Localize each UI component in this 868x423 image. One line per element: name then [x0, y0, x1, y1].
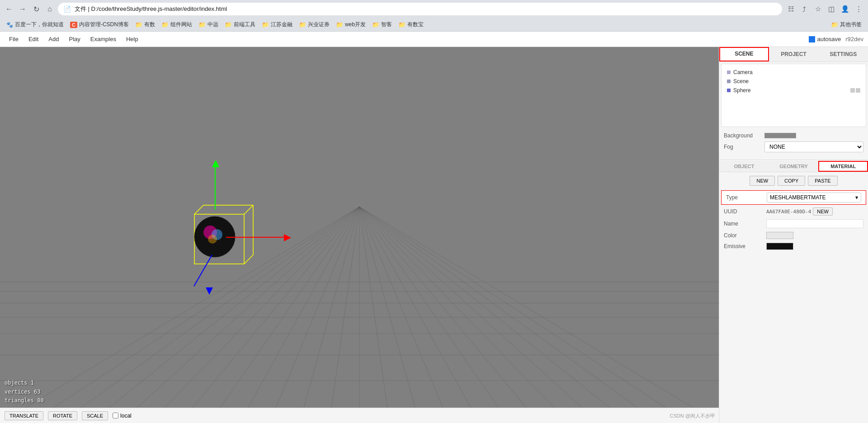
- svg-line-13: [300, 207, 360, 423]
- user-label: r92dev: [845, 36, 863, 42]
- camera-label: Camera: [733, 69, 753, 75]
- scene-item-scene[interactable]: Scene: [725, 77, 862, 86]
- fog-row: Fog NONE Fog FogExp2: [724, 141, 863, 152]
- uuid-new-button[interactable]: NEW: [813, 207, 833, 216]
- scene-item-sphere[interactable]: Sphere: [725, 86, 862, 95]
- autosave-check[interactable]: autosave: [809, 36, 841, 42]
- svg-line-18: [359, 207, 599, 423]
- sub-tab-material[interactable]: MATERIAL: [818, 161, 868, 172]
- cast-button[interactable]: ◫: [826, 3, 837, 15]
- browser-actions: ☷ ⤴ ☆ ◫ 👤 ⋮: [785, 3, 864, 15]
- color-label: Color: [724, 232, 764, 239]
- sphere-dot: [727, 89, 731, 92]
- autosave-checkbox[interactable]: [809, 36, 815, 42]
- svg-line-35: [244, 205, 253, 214]
- triangles-count: triangles 80: [5, 396, 44, 405]
- bookmark-button[interactable]: ☆: [812, 3, 824, 15]
- bookmark-yousu[interactable]: 📁 有数: [132, 20, 158, 29]
- rotate-button[interactable]: ROTATE: [48, 411, 77, 420]
- emissive-swatch[interactable]: [766, 243, 793, 250]
- reload-button[interactable]: ↻: [31, 4, 42, 14]
- browser-chrome: ← → ↻ ⌂ 📄 文件 | D:/code/threeStudy/three.…: [0, 0, 868, 32]
- frontend-label: 前端工具: [234, 21, 255, 28]
- menu-file[interactable]: File: [5, 34, 23, 44]
- sub-tab-geometry[interactable]: GEOMETRY: [769, 161, 819, 172]
- svg-line-8: [0, 207, 359, 423]
- bookmark-others[interactable]: 📁 其他书签: [828, 20, 864, 29]
- objects-count: objects 1: [5, 379, 44, 387]
- share-button[interactable]: ⤴: [798, 3, 810, 15]
- forward-button[interactable]: →: [17, 4, 28, 14]
- browser-nav: ← → ↻ ⌂ 📄 文件 | D:/code/threeStudy/three.…: [0, 0, 868, 18]
- bookmark-zhike[interactable]: 📁 智客: [369, 20, 395, 29]
- paste-material-button[interactable]: PASTE: [808, 176, 837, 186]
- sphere-action-1[interactable]: [850, 88, 855, 93]
- menu-examples[interactable]: Examples: [86, 34, 121, 44]
- color-swatch[interactable]: [766, 232, 793, 239]
- csdn-label: 内容管理-CSDN博客: [79, 21, 129, 28]
- name-row: Name: [719, 217, 868, 230]
- menu-button[interactable]: ⋮: [853, 3, 864, 15]
- autosave-label: autosave: [817, 36, 841, 42]
- menu-add[interactable]: Add: [44, 34, 63, 44]
- type-chevron-icon: ▾: [855, 194, 858, 201]
- scale-button[interactable]: SCALE: [82, 411, 108, 420]
- menu-play[interactable]: Play: [65, 34, 85, 44]
- new-material-button[interactable]: NEW: [750, 176, 775, 186]
- tab-settings[interactable]: SETTINGS: [818, 47, 868, 61]
- menu-edit[interactable]: Edit: [24, 34, 43, 44]
- emissive-row: Emissive: [719, 241, 868, 252]
- type-value: MESHLAMBERTMATE: [770, 194, 826, 201]
- viewport[interactable]: .grid-line { stroke: #555; stroke-width:…: [0, 47, 719, 423]
- bookmark-csdn[interactable]: C 内容管理-CSDN博客: [67, 20, 132, 29]
- bookmarks-bar: 🐾 百度一下，你就知道 C 内容管理-CSDN博客 📁 有数 📁 组件网站 📁 …: [0, 18, 868, 32]
- name-input[interactable]: [766, 219, 863, 228]
- xingye-label: 兴业证券: [308, 21, 330, 28]
- uuid-label: UUID: [724, 208, 764, 215]
- bookmark-frontend[interactable]: 📁 前端工具: [222, 20, 258, 29]
- svg-line-32: [359, 207, 689, 423]
- home-button[interactable]: ⌂: [44, 4, 55, 14]
- editor-container: File Edit Add Play Examples Help autosav…: [0, 32, 868, 423]
- svg-line-31: [359, 207, 629, 423]
- tab-scene[interactable]: SCENE: [719, 47, 769, 61]
- bookmark-zhongyuan[interactable]: 📁 中远: [196, 20, 221, 29]
- svg-line-20: [359, 207, 719, 423]
- fog-dropdown[interactable]: NONE Fog FogExp2: [764, 141, 863, 152]
- tab-project[interactable]: PROJECT: [769, 47, 819, 61]
- svg-line-16: [359, 207, 479, 423]
- bookmark-baidu[interactable]: 🐾 百度一下，你就知道: [4, 20, 66, 29]
- svg-line-30: [359, 207, 569, 423]
- profile-button[interactable]: 👤: [839, 3, 851, 15]
- translate-button[interactable]: ☷: [785, 3, 797, 15]
- baidu-icon: 🐾: [6, 22, 13, 28]
- menu-help[interactable]: Help: [122, 34, 143, 44]
- svg-line-29: [359, 207, 509, 423]
- fog-label: Fog: [724, 144, 764, 150]
- sphere-action-2[interactable]: [856, 88, 860, 93]
- copy-material-button[interactable]: COPY: [778, 176, 805, 186]
- divider-1: [719, 160, 868, 160]
- type-dropdown[interactable]: MESHLAMBERTMATE ▾: [767, 193, 861, 202]
- right-panel: SCENE PROJECT SETTINGS Camera Scene Sphe…: [719, 47, 868, 423]
- bookmark-xingye[interactable]: 📁 兴业证券: [296, 20, 332, 29]
- translate-button[interactable]: TRANSLATE: [5, 411, 43, 420]
- bookmark-webdev[interactable]: 📁 web开发: [333, 20, 368, 29]
- local-checkbox-label: local: [113, 413, 132, 419]
- bookmark-components[interactable]: 📁 组件网站: [159, 20, 195, 29]
- sub-tab-object[interactable]: OBJECT: [719, 161, 769, 172]
- local-checkbox[interactable]: [113, 413, 118, 418]
- local-label: local: [120, 413, 132, 419]
- bookmark-youshu[interactable]: 📁 有数宝: [396, 20, 426, 29]
- y-axis: [215, 164, 216, 210]
- folder-icon-10: 📁: [831, 21, 838, 28]
- back-button[interactable]: ←: [4, 4, 14, 14]
- background-color[interactable]: [764, 133, 796, 138]
- finance-label: 江苏金融: [271, 21, 292, 28]
- zhongyuan-label: 中远: [208, 21, 218, 28]
- svg-line-15: [359, 207, 420, 423]
- background-label: Background: [724, 132, 764, 139]
- scene-item-camera[interactable]: Camera: [725, 68, 862, 77]
- bookmark-finance[interactable]: 📁 江苏金融: [259, 20, 295, 29]
- address-bar[interactable]: 📄 文件 | D:/code/threeStudy/three.js-maste…: [58, 3, 782, 15]
